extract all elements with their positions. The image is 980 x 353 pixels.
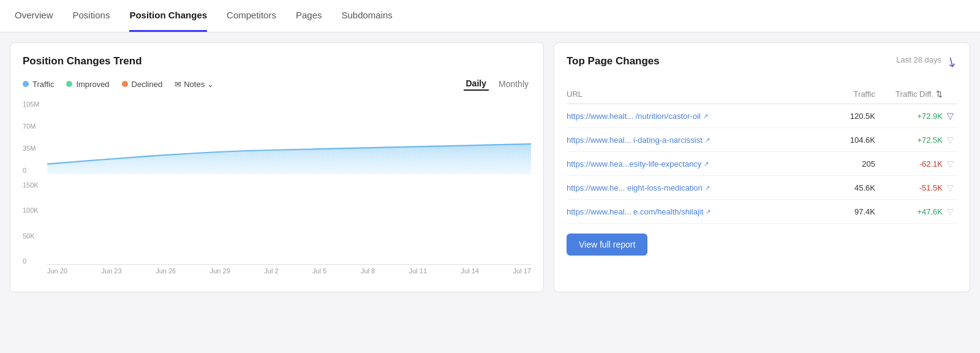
traffic-dot <box>23 81 29 87</box>
x-jun20: Jun 20 <box>47 267 67 275</box>
table-row: https://www.he... eight-loss-medication … <box>567 176 957 200</box>
y-label-105m: 105M <box>23 101 45 108</box>
url-link-1[interactable]: https://www.healt... /nutrition/castor-o… <box>567 112 814 121</box>
table-row: https://www.heal... i-dating-a-narcissis… <box>567 128 957 152</box>
main-content: Position Changes Trend Traffic Improved … <box>0 32 980 302</box>
area-chart: 105M 70M 35M 0 <box>23 101 531 174</box>
area-chart-svg-container <box>47 101 531 174</box>
x-jun29: Jun 29 <box>210 267 230 275</box>
legend-row: Traffic Improved Declined ✉ Notes ⌄ Dail… <box>23 77 531 91</box>
y-label-150k: 150K <box>23 181 45 189</box>
right-panel-title: Top Page Changes <box>567 55 660 67</box>
y-label-50k: 50K <box>23 232 45 240</box>
y-label-100k: 100K <box>23 207 45 214</box>
last-days-label: Last 28 days <box>896 55 941 64</box>
url-text-1: https://www.healt... /nutrition/castor-o… <box>567 112 701 121</box>
nav-position-changes[interactable]: Position Changes <box>129 0 207 32</box>
y-label-70m: 70M <box>23 123 45 130</box>
legend-traffic: Traffic <box>23 80 54 89</box>
notes-button[interactable]: ✉ Notes ⌄ <box>175 80 214 89</box>
row-url-2[interactable]: https://www.heal... i-dating-a-narcissis… <box>567 135 814 145</box>
col-header-diff[interactable]: Traffic Diff. ⇅ <box>875 89 943 99</box>
view-full-report-button[interactable]: View full report <box>567 233 647 256</box>
x-jun26: Jun 26 <box>156 267 176 275</box>
traffic-val-1: 120.5K <box>814 112 875 121</box>
bar-chart-section: 150K 100K 50K 0 <box>23 181 531 279</box>
nav-pages[interactable]: Pages <box>296 0 322 32</box>
x-jul17: Jul 17 <box>513 267 531 275</box>
url-link-4[interactable]: https://www.he... eight-loss-medication … <box>567 183 814 192</box>
legend-declined: Declined <box>122 80 163 89</box>
daily-btn[interactable]: Daily <box>464 77 489 91</box>
traffic-val-5: 97.4K <box>814 207 875 216</box>
diff-val-4: -51.5K <box>875 183 943 192</box>
diff-val-1: +72.9K <box>875 112 943 121</box>
diff-val-2: +72.5K <box>875 135 943 145</box>
y-label-35m: 35M <box>23 145 45 152</box>
header-right: Last 28 days ↙ <box>896 55 957 69</box>
right-panel-header: Top Page Changes Last 28 days ↙ <box>567 55 957 77</box>
url-text-5: https://www.heal... e.com/health/shilaji… <box>567 207 703 216</box>
notes-icon: ✉ <box>175 80 181 89</box>
diff-val-3: -62.1K <box>875 159 943 169</box>
url-link-5[interactable]: https://www.heal... e.com/health/shilaji… <box>567 207 814 216</box>
filter-icon-5[interactable]: ▽ <box>943 207 957 216</box>
nav-subdomains[interactable]: Subdomains <box>341 0 392 32</box>
notes-chevron-icon: ⌄ <box>207 80 214 89</box>
filter-icon-2[interactable]: ▽ <box>943 135 957 145</box>
filter-icon-1[interactable]: ▽ <box>943 111 957 121</box>
legend-improved-label: Improved <box>76 80 109 89</box>
x-jul8: Jul 8 <box>361 267 375 275</box>
col-header-traffic: Traffic <box>814 89 875 99</box>
position-changes-trend-panel: Position Changes Trend Traffic Improved … <box>10 42 544 292</box>
url-text-3: https://www.hea...esity-life-expectancy <box>567 159 701 169</box>
url-link-2[interactable]: https://www.heal... i-dating-a-narcissis… <box>567 135 814 145</box>
view-report-container: View full report <box>567 224 957 256</box>
declined-dot <box>122 81 128 87</box>
traffic-val-4: 45.6K <box>814 183 875 192</box>
nav-competitors[interactable]: Competitors <box>227 0 276 32</box>
nav-positions[interactable]: Positions <box>73 0 110 32</box>
table-row: https://www.healt... /nutrition/castor-o… <box>567 104 957 128</box>
table-row: https://www.hea...esity-life-expectancy … <box>567 152 957 176</box>
x-labels: Jun 20 Jun 23 Jun 26 Jun 29 Jul 2 Jul 5 … <box>47 267 531 275</box>
nav-overview[interactable]: Overview <box>15 0 53 32</box>
filter-icon-4[interactable]: ▽ <box>943 183 957 192</box>
x-jul11: Jul 11 <box>409 267 427 275</box>
table-header: URL Traffic Traffic Diff. ⇅ <box>567 85 957 104</box>
bar-chart-inner <box>47 181 531 265</box>
traffic-val-3: 205 <box>814 159 875 169</box>
x-jul14: Jul 14 <box>461 267 479 275</box>
period-toggle: Daily Monthly <box>464 77 532 91</box>
sort-icon[interactable]: ⇅ <box>936 89 943 99</box>
col-header-url: URL <box>567 89 814 99</box>
monthly-btn[interactable]: Monthly <box>496 78 531 90</box>
legend-traffic-label: Traffic <box>32 80 54 89</box>
col-header-filter <box>943 89 957 99</box>
y-label-0b: 0 <box>23 257 45 265</box>
filter-icon-3[interactable]: ▽ <box>943 159 957 169</box>
left-panel-title: Position Changes Trend <box>23 55 531 67</box>
external-link-icon-2: ↗ <box>705 137 710 143</box>
top-navigation: Overview Positions Position Changes Comp… <box>0 0 980 32</box>
row-url-1[interactable]: https://www.healt... /nutrition/castor-o… <box>567 112 814 121</box>
legend-declined-label: Declined <box>132 80 163 89</box>
improved-dot <box>66 81 72 87</box>
notes-label: Notes <box>184 80 205 89</box>
external-link-icon-5: ↗ <box>706 208 710 215</box>
diff-val-5: +47.6K <box>875 207 943 216</box>
url-text-4: https://www.he... eight-loss-medication <box>567 183 703 192</box>
area-y-labels: 105M 70M 35M 0 <box>23 101 45 174</box>
row-url-4[interactable]: https://www.he... eight-loss-medication … <box>567 183 814 192</box>
row-url-3[interactable]: https://www.hea...esity-life-expectancy … <box>567 159 814 169</box>
external-link-icon-3: ↗ <box>704 161 709 167</box>
url-text-2: https://www.heal... i-dating-a-narcissis… <box>567 135 703 145</box>
row-url-5[interactable]: https://www.heal... e.com/health/shilaji… <box>567 207 814 216</box>
external-link-icon-1: ↗ <box>703 113 708 120</box>
chart-area: 105M 70M 35M 0 <box>23 101 531 279</box>
y-label-0a: 0 <box>23 167 45 174</box>
external-link-icon-4: ↗ <box>705 184 710 191</box>
x-jun23: Jun 23 <box>102 267 122 275</box>
x-jul2: Jul 2 <box>264 267 278 275</box>
url-link-3[interactable]: https://www.hea...esity-life-expectancy … <box>567 159 814 169</box>
